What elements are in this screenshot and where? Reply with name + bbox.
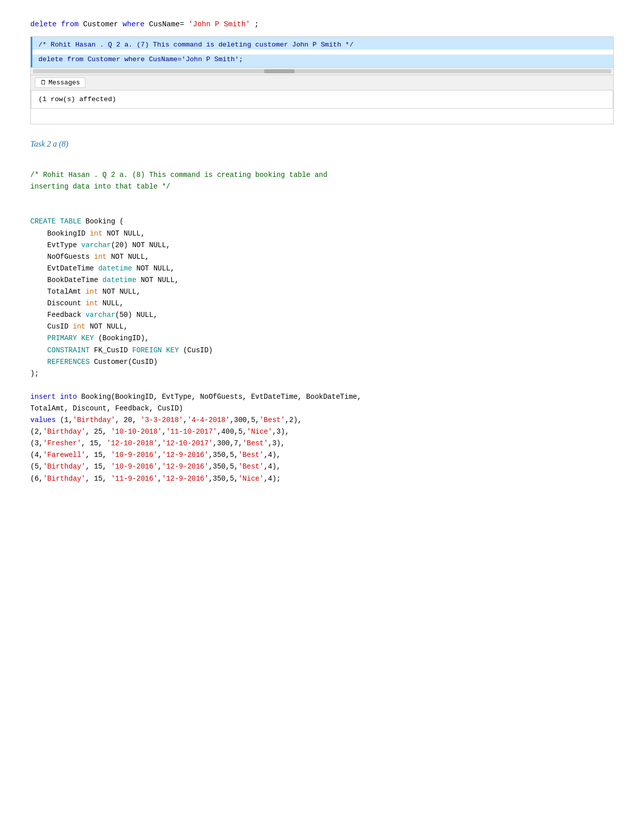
keyword-delete: delete [30, 20, 57, 28]
type-datetime-1: datetime [98, 264, 132, 272]
keyword-values: values [30, 416, 56, 424]
editor-sql-line: delete from Customer where CusName='John… [32, 55, 613, 64]
keyword-where: where [123, 20, 145, 28]
main-code-block: /* Rohit Hasan . Q 2 a. (8) This command… [30, 158, 614, 485]
task-heading: Task 2 a (8) [30, 140, 614, 149]
messages-icon: 🗒 [40, 79, 46, 86]
messages-tab[interactable]: 🗒 Messages [35, 77, 85, 88]
keyword-constraint: CONSTRAINT [47, 346, 90, 354]
keyword-references: REFERENCES [47, 358, 90, 366]
type-int-3: int [85, 288, 98, 296]
editor-highlighted-content: /* Rohit Hasan . Q 2 a. (7) This command… [31, 37, 613, 67]
editor-comment-line: /* Rohit Hasan . Q 2 a. (7) This command… [32, 40, 613, 50]
type-varchar-2: varchar [85, 311, 115, 319]
tab-bar: 🗒 Messages [31, 75, 613, 90]
messages-tab-label: Messages [48, 79, 80, 86]
type-datetime-2: datetime [103, 276, 136, 284]
type-int-5: int [73, 322, 85, 331]
messages-output: (1 row(s) affected) [31, 90, 613, 109]
scrollbar-thumb[interactable] [264, 69, 294, 73]
type-int-4: int [85, 299, 98, 307]
keyword-insert: insert [30, 393, 56, 401]
type-int-2: int [94, 253, 107, 261]
sql-editor-block: /* Rohit Hasan . Q 2 a. (7) This command… [30, 36, 614, 124]
horizontal-scrollbar[interactable] [31, 67, 613, 75]
type-int-1: int [90, 229, 103, 238]
scrollbar-track[interactable] [33, 69, 611, 73]
keyword-foreign: FOREIGN KEY [132, 346, 179, 354]
keyword-primary: PRIMARY KEY [47, 334, 94, 342]
keyword-create: CREATE [30, 217, 56, 225]
type-varchar-1: varchar [81, 241, 111, 249]
top-delete-statement: delete from Customer where CusName= 'Joh… [30, 20, 614, 28]
affected-text: (1 row(s) affected) [38, 96, 116, 103]
keyword-from: from [61, 20, 79, 28]
keyword-table: TABLE [60, 217, 81, 225]
keyword-into: into [60, 393, 77, 401]
code-comment: /* Rohit Hasan . Q 2 a. (8) This command… [30, 171, 327, 191]
